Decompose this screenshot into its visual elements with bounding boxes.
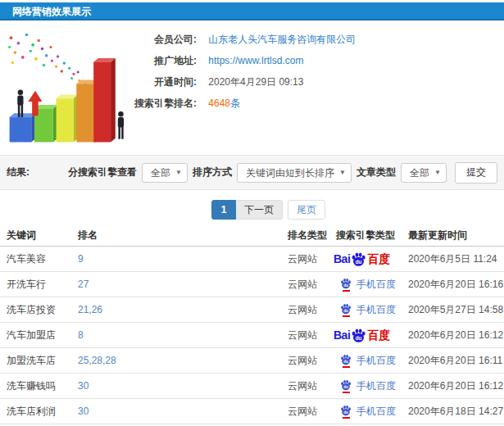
article-type-select[interactable]: 全部 ▼: [401, 163, 447, 183]
member-company-label: 会员公司:: [128, 29, 197, 50]
sort-select-value: 关键词由短到长排序: [246, 167, 334, 179]
growth-bar-chart-illustration: [0, 20, 128, 152]
engine-cell: du 手机百度: [329, 272, 402, 297]
engine-filter-label: 分搜索引擎查看: [68, 165, 137, 179]
engine-select[interactable]: 全部 ▼: [142, 163, 188, 183]
updated-cell: 2020年5月27日 14:58: [402, 297, 504, 323]
engine-cell: Bai du 百度: [329, 247, 402, 272]
baidu-mobile-logo: du 手机百度: [334, 303, 396, 317]
updated-cell: 2020年6月20日 16:12: [402, 374, 504, 399]
bar-yellow: [57, 95, 79, 143]
col-header-engine-type: 搜索引擎类型: [329, 229, 402, 247]
rank-type-cell: 云网站: [281, 374, 329, 399]
submit-button[interactable]: 提交: [455, 162, 497, 184]
company-info: 会员公司: 山东老人头汽车服务咨询有限公司 推广地址: https://www.…: [128, 20, 356, 155]
svg-text:du: du: [343, 359, 348, 363]
rank-cell[interactable]: 25,28,28: [71, 348, 281, 374]
keyword-cell: 洗车店利润: [0, 399, 71, 424]
baidu-mobile-paw-icon: du: [340, 303, 352, 317]
svg-text:du: du: [343, 410, 348, 414]
baidu-pc-logo: Bai du 百度: [334, 252, 390, 267]
rank-cell[interactable]: 30: [71, 374, 281, 399]
rank-cell[interactable]: 9: [71, 247, 281, 272]
filter-controls: 分搜索引擎查看 全部 ▼ 排序方式 关键词由短到长排序 ▼ 文章类型 全部 ▼ …: [68, 162, 497, 184]
svg-text:du: du: [356, 334, 362, 340]
baidu-mobile-logo: du 手机百度: [334, 278, 396, 292]
engine-rank-unit: 条: [230, 97, 240, 109]
rank-type-cell: 云网站: [281, 297, 329, 323]
table-row: 汽车美容 9 云网站 Bai du 百度 2020年6月5日 11:24: [0, 247, 504, 272]
rank-cell[interactable]: 8: [71, 323, 281, 348]
results-table: 关键词 排名 排名类型 搜索引擎类型 最新更新时间 汽车美容 9 云网站 Bai…: [0, 229, 504, 426]
keyword-cell: 开洗车行: [0, 272, 71, 297]
result-label: 结果:: [7, 165, 30, 179]
member-company-row: 会员公司: 山东老人头汽车服务咨询有限公司: [128, 29, 356, 50]
rank-type-cell: 云网站: [281, 399, 329, 424]
keyword-cell: 洗车赚钱吗: [0, 374, 71, 399]
baidu-mobile-text: 手机百度: [356, 354, 396, 368]
page-header: 网络营销效果展示: [0, 2, 504, 20]
svg-text:du: du: [343, 283, 348, 287]
keyword-cell: 汽车加盟店: [0, 323, 71, 348]
rank-cell[interactable]: 30: [71, 399, 281, 424]
updated-cell: 2020年6月20日 16:11: [402, 348, 504, 374]
baidu-mobile-text: 手机百度: [356, 405, 396, 419]
confetti-dots: [8, 34, 87, 85]
baidu-mobile-paw-icon: du: [340, 278, 352, 292]
rank-type-cell: 云网站: [281, 323, 329, 348]
keyword-cell: 加盟洗车店: [0, 348, 71, 374]
rank-type-cell: 云网站: [281, 247, 329, 272]
baidu-bai-text: Bai: [334, 329, 350, 341]
engine-cell: Bai du 百度: [329, 323, 402, 348]
baidu-mobile-logo: du 手机百度: [334, 354, 396, 368]
baidu-mobile-paw-icon: du: [340, 405, 352, 419]
bar-red: [93, 58, 116, 143]
pagination: 1 下一页 尾页: [211, 200, 504, 220]
svg-text:du: du: [356, 258, 362, 264]
article-type-select-value: 全部: [410, 167, 429, 179]
baidu-mobile-text: 手机百度: [356, 379, 396, 393]
open-time-label: 开通时间:: [128, 71, 197, 93]
chevron-down-icon: ▼: [175, 164, 182, 182]
updated-cell: 2020年6月18日 14:27: [402, 399, 504, 424]
engine-cell: du 手机百度: [329, 374, 402, 399]
baidu-mobile-paw-icon: du: [340, 379, 352, 393]
promo-url-label: 推广地址:: [128, 50, 197, 71]
engine-select-value: 全部: [151, 167, 170, 179]
last-page-button[interactable]: 尾页: [288, 200, 325, 220]
page-1-button[interactable]: 1: [211, 200, 236, 220]
baidu-paw-icon: du: [351, 328, 366, 343]
chevron-down-icon: ▼: [339, 164, 346, 182]
engine-cell: du 手机百度: [329, 348, 402, 374]
sort-select[interactable]: 关键词由短到长排序 ▼: [237, 163, 352, 183]
sort-label: 排序方式: [193, 165, 232, 179]
member-company-link[interactable]: 山东老人头汽车服务咨询有限公司: [208, 34, 356, 45]
table-body: 汽车美容 9 云网站 Bai du 百度 2020年6月5日 11:24 开洗车…: [0, 247, 504, 426]
col-header-keyword: 关键词: [0, 229, 71, 247]
svg-text:du: du: [343, 384, 348, 388]
updated-cell: 2020年6月20日 16:12: [402, 323, 504, 348]
promo-url-row: 推广地址: https://www.lrtlsd.com: [128, 50, 356, 71]
table-row: 开洗车行 27 云网站 du 手机百度 2: [0, 272, 504, 297]
next-page-button[interactable]: 下一页: [236, 200, 283, 220]
baidu-pc-logo: Bai du 百度: [334, 328, 390, 343]
person-figure-left: [17, 89, 23, 117]
col-header-rank-type: 排名类型: [281, 229, 329, 247]
rank-type-cell: 云网站: [281, 348, 329, 374]
keyword-cell: 汽车美容: [0, 247, 71, 272]
rank-cell[interactable]: 21,26: [71, 297, 281, 323]
table-row: 洗车店投资 21,26 云网站 du 手机百度: [0, 297, 504, 323]
bar-blue: [10, 113, 36, 142]
engine-cell: du 手机百度: [329, 399, 402, 424]
promo-url-link[interactable]: https://www.lrtlsd.com: [208, 55, 303, 66]
open-time-row: 开通时间: 2020年4月29日 09:13: [128, 71, 356, 93]
engine-rank-row: 搜索引擎排名: 4648条: [128, 93, 356, 114]
col-header-rank: 排名: [71, 229, 281, 247]
rank-cell[interactable]: 27: [71, 272, 281, 297]
table-header-row: 关键词 排名 排名类型 搜索引擎类型 最新更新时间: [0, 229, 504, 247]
table-row: 洗车店利润 30 云网站 du 手机百度: [0, 399, 504, 424]
svg-text:du: du: [343, 308, 348, 312]
baidu-mobile-logo: du 手机百度: [334, 379, 396, 393]
baidu-mobile-text: 手机百度: [356, 278, 396, 292]
rank-type-cell: 云网站: [281, 272, 329, 297]
